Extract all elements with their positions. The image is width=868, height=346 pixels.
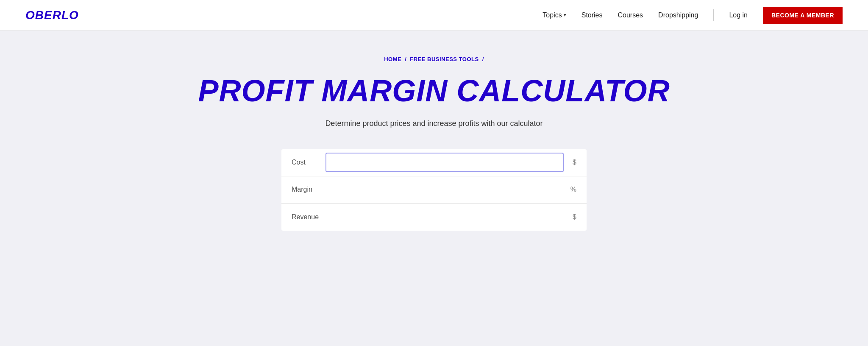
nav-divider — [713, 9, 714, 21]
margin-unit: % — [568, 186, 576, 193]
margin-row: Margin % — [281, 176, 587, 204]
cost-row: Cost $ — [281, 149, 587, 176]
revenue-unit: $ — [568, 213, 576, 221]
margin-input-wrapper — [326, 180, 564, 199]
nav-dropshipping[interactable]: Dropshipping — [658, 11, 698, 19]
site-header: OBERLO Topics ▾ Stories Courses Dropship… — [0, 0, 868, 31]
revenue-input[interactable] — [326, 207, 564, 227]
margin-input[interactable] — [326, 180, 564, 199]
margin-label: Margin — [292, 186, 326, 193]
nav-courses[interactable]: Courses — [618, 11, 643, 19]
cost-unit: $ — [568, 159, 576, 166]
revenue-input-wrapper — [326, 207, 564, 227]
nav-login[interactable]: Log in — [729, 11, 748, 19]
calculator-widget: Cost $ Margin % Revenue $ — [281, 149, 587, 231]
cost-input[interactable] — [326, 153, 564, 172]
nav-stories[interactable]: Stories — [581, 11, 603, 19]
chevron-down-icon: ▾ — [564, 12, 566, 18]
main-content: HOME / FREE BUSINESS TOOLS / PROFIT MARG… — [0, 31, 868, 265]
revenue-label: Revenue — [292, 213, 326, 221]
breadcrumb: HOME / FREE BUSINESS TOOLS / — [384, 56, 484, 62]
become-member-button[interactable]: BECOME A MEMBER — [763, 7, 843, 24]
revenue-row: Revenue $ — [281, 204, 587, 231]
nav-topics-label: Topics — [542, 11, 562, 19]
breadcrumb-sep-1: / — [405, 56, 406, 62]
main-nav: Topics ▾ Stories Courses Dropshipping Lo… — [542, 7, 843, 24]
breadcrumb-sep-2: / — [482, 56, 484, 62]
page-title: PROFIT MARGIN CALCULATOR — [198, 75, 670, 107]
page-subtitle: Determine product prices and increase pr… — [325, 119, 542, 128]
cost-input-wrapper — [326, 153, 564, 172]
nav-topics[interactable]: Topics ▾ — [542, 11, 566, 19]
breadcrumb-tools[interactable]: FREE BUSINESS TOOLS — [410, 56, 479, 62]
breadcrumb-home[interactable]: HOME — [384, 56, 401, 62]
cost-label: Cost — [292, 159, 326, 166]
site-logo[interactable]: OBERLO — [25, 8, 79, 22]
